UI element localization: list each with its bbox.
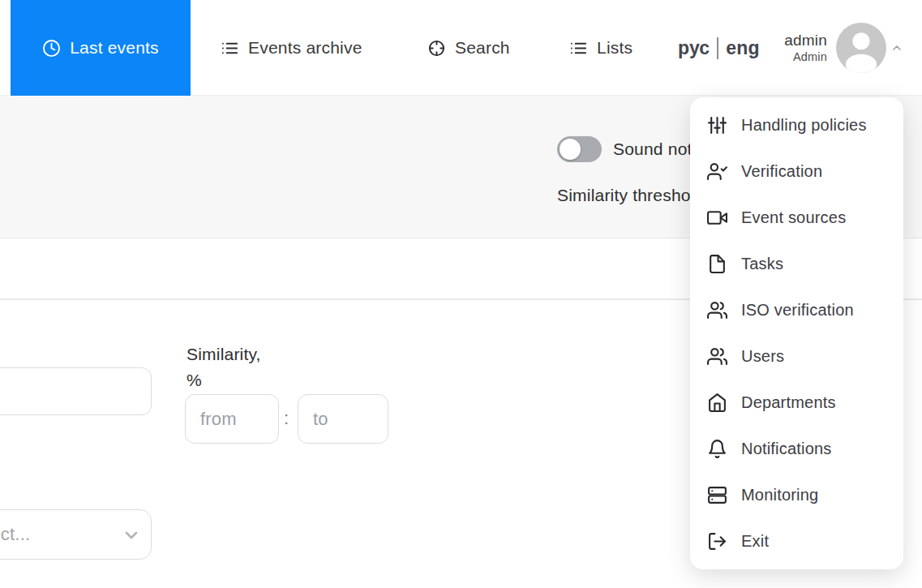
menu-item-users[interactable]: Users (690, 333, 903, 380)
video-camera-icon (707, 208, 727, 228)
menu-item-notifications[interactable]: Notifications (690, 426, 903, 472)
person-icon (836, 23, 886, 73)
user-check-icon (707, 161, 727, 182)
language-option-rus[interactable]: рус (678, 37, 710, 59)
tab-label: Search (455, 38, 510, 58)
similarity-label: Similarity, (187, 345, 261, 364)
menu-item-verification[interactable]: Verification (690, 148, 903, 195)
similarity-threshold-label: Similarity threshold (557, 186, 704, 205)
tab-label: Lists (597, 38, 633, 58)
tab-events-archive[interactable]: Events archive (221, 0, 362, 96)
range-separator: : (284, 408, 289, 429)
toggle-knob (560, 139, 581, 160)
menu-item-exit[interactable]: Exit (690, 518, 903, 564)
menu-item-monitoring[interactable]: Monitoring (690, 472, 903, 518)
user-role: Admin (793, 49, 827, 65)
chevron-up-icon[interactable] (889, 41, 905, 54)
select-placeholder: Select... (0, 524, 30, 545)
similarity-to-input[interactable] (298, 394, 388, 444)
clock-icon (42, 39, 61, 58)
language-option-eng[interactable]: eng (726, 37, 760, 59)
chevron-down-icon (122, 526, 141, 545)
crosshair-icon (427, 39, 446, 58)
sound-notifications-toggle[interactable] (557, 136, 602, 162)
filter-select[interactable]: Select... (0, 509, 152, 560)
account-dropdown-menu: Handling policies Verification Event sou… (690, 97, 903, 569)
top-navbar: Last events Events archive Search (0, 0, 922, 96)
tab-search[interactable]: Search (427, 0, 510, 96)
users-icon (707, 346, 727, 367)
users-icon (707, 300, 727, 320)
file-icon (707, 254, 727, 274)
tab-label: Last events (70, 38, 159, 58)
tab-last-events[interactable]: Last events (11, 0, 191, 96)
logout-icon (707, 531, 727, 552)
bell-icon (707, 439, 727, 459)
user-name: admin (784, 32, 827, 49)
filter-text-input[interactable] (0, 367, 152, 415)
home-icon (707, 393, 727, 413)
menu-item-handling-policies[interactable]: Handling policies (690, 102, 903, 148)
list-icon (221, 39, 239, 58)
sliders-icon (707, 115, 727, 135)
app-window: Last events Events archive Search (0, 0, 922, 588)
menu-item-iso-verification[interactable]: ISO verification (690, 287, 903, 333)
user-profile-trigger[interactable]: admin Admin (761, 0, 827, 96)
similarity-unit-label: % (187, 371, 202, 390)
menu-item-tasks[interactable]: Tasks (690, 241, 903, 287)
avatar[interactable] (836, 23, 886, 73)
similarity-from-input[interactable] (185, 394, 279, 444)
menu-item-event-sources[interactable]: Event sources (690, 195, 903, 241)
tab-label: Events archive (248, 38, 362, 58)
language-separator (717, 37, 718, 59)
tab-lists[interactable]: Lists (569, 0, 633, 96)
list-icon (569, 39, 588, 58)
language-switcher: рус eng (678, 0, 760, 96)
menu-item-departments[interactable]: Departments (690, 380, 903, 426)
server-icon (707, 485, 727, 505)
